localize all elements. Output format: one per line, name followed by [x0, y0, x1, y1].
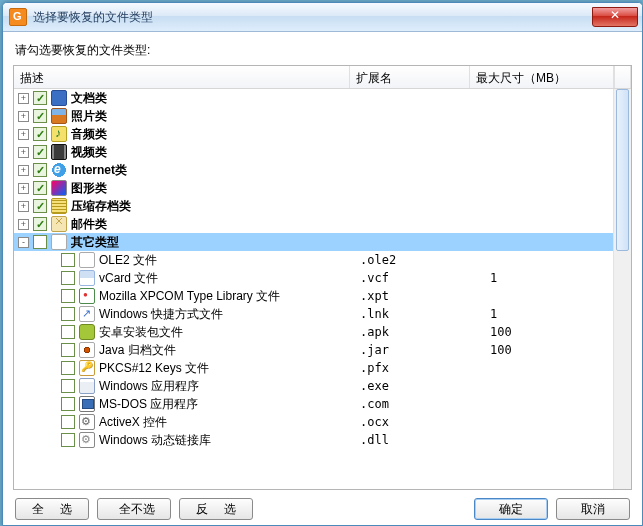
- list-item[interactable]: Mozilla XPCOM Type Library 文件.xpt: [14, 287, 631, 305]
- footer: 全 选 全不选 反 选 确定 取消: [13, 490, 632, 520]
- expand-icon: [48, 310, 57, 319]
- category-item[interactable]: +视频类: [14, 143, 631, 161]
- scrollbar-thumb[interactable]: [616, 89, 629, 251]
- checkbox[interactable]: [33, 163, 47, 177]
- category-item[interactable]: +音频类: [14, 125, 631, 143]
- category-item[interactable]: +文档类: [14, 89, 631, 107]
- item-size: 100: [490, 343, 512, 357]
- expand-icon: [48, 400, 57, 409]
- category-item[interactable]: -其它类型: [14, 233, 631, 251]
- zip-icon: [51, 198, 67, 214]
- col-maxsize[interactable]: 最大尺寸（MB）: [470, 66, 614, 88]
- checkbox[interactable]: [61, 253, 75, 267]
- close-button[interactable]: ✕: [592, 7, 638, 27]
- checkbox[interactable]: [61, 289, 75, 303]
- list-item[interactable]: ActiveX 控件.ocx: [14, 413, 631, 431]
- list-item[interactable]: Windows 快捷方式文件.lnk1: [14, 305, 631, 323]
- item-label: PKCS#12 Keys 文件: [99, 360, 209, 377]
- checkbox[interactable]: [61, 379, 75, 393]
- expand-icon[interactable]: +: [18, 93, 29, 104]
- checkbox[interactable]: [61, 397, 75, 411]
- dll-icon: [79, 432, 95, 448]
- category-item[interactable]: +照片类: [14, 107, 631, 125]
- checkbox[interactable]: [33, 217, 47, 231]
- checkbox[interactable]: [33, 181, 47, 195]
- item-ext: .vcf: [360, 271, 389, 285]
- expand-icon[interactable]: +: [18, 201, 29, 212]
- item-label: Mozilla XPCOM Type Library 文件: [99, 288, 280, 305]
- item-ext: .lnk: [360, 307, 389, 321]
- item-label: Windows 应用程序: [99, 378, 199, 395]
- checkbox[interactable]: [33, 145, 47, 159]
- checkbox[interactable]: [33, 91, 47, 105]
- category-item[interactable]: +Internet类: [14, 161, 631, 179]
- audio-icon: [51, 126, 67, 142]
- xpcom-icon: [79, 288, 95, 304]
- invert-button[interactable]: 反 选: [179, 498, 253, 520]
- ocx-icon: [79, 414, 95, 430]
- dialog-body: 请勾选要恢复的文件类型: 描述 扩展名 最大尺寸（MB） +文档类+照片类+音频…: [3, 32, 642, 526]
- ie-icon: [51, 162, 67, 178]
- checkbox[interactable]: [33, 199, 47, 213]
- select-none-button[interactable]: 全不选: [97, 498, 171, 520]
- cancel-button[interactable]: 取消: [556, 498, 630, 520]
- checkbox[interactable]: [61, 343, 75, 357]
- col-extension[interactable]: 扩展名: [350, 66, 470, 88]
- category-item[interactable]: +图形类: [14, 179, 631, 197]
- expand-icon[interactable]: +: [18, 111, 29, 122]
- item-label: MS-DOS 应用程序: [99, 396, 198, 413]
- select-all-button[interactable]: 全 选: [15, 498, 89, 520]
- list-item[interactable]: Windows 动态链接库.dll: [14, 431, 631, 449]
- collapse-icon[interactable]: -: [18, 237, 29, 248]
- category-item[interactable]: +压缩存档类: [14, 197, 631, 215]
- checkbox[interactable]: [61, 307, 75, 321]
- prompt-label: 请勾选要恢复的文件类型:: [15, 42, 632, 59]
- expand-icon[interactable]: +: [18, 183, 29, 194]
- window-title: 选择要恢复的文件类型: [33, 9, 153, 26]
- expand-icon[interactable]: +: [18, 129, 29, 140]
- checkbox[interactable]: [61, 415, 75, 429]
- video-icon: [51, 144, 67, 160]
- list-item[interactable]: vCard 文件.vcf1: [14, 269, 631, 287]
- gfx-icon: [51, 180, 67, 196]
- item-label: 视频类: [71, 144, 107, 161]
- category-item[interactable]: +邮件类: [14, 215, 631, 233]
- col-scroll-gap: [614, 66, 631, 88]
- list-item[interactable]: 安卓安装包文件.apk100: [14, 323, 631, 341]
- list-item[interactable]: Windows 应用程序.exe: [14, 377, 631, 395]
- item-ext: .com: [360, 397, 389, 411]
- file-icon: [51, 234, 67, 250]
- lnk-icon: [79, 306, 95, 322]
- list-item[interactable]: MS-DOS 应用程序.com: [14, 395, 631, 413]
- item-label: 安卓安装包文件: [99, 324, 183, 341]
- pfx-icon: [79, 360, 95, 376]
- expand-icon[interactable]: +: [18, 219, 29, 230]
- expand-icon[interactable]: +: [18, 147, 29, 158]
- list-item[interactable]: PKCS#12 Keys 文件.pfx: [14, 359, 631, 377]
- item-label: Windows 快捷方式文件: [99, 306, 223, 323]
- expand-icon[interactable]: +: [18, 165, 29, 176]
- checkbox[interactable]: [61, 271, 75, 285]
- ok-button[interactable]: 确定: [474, 498, 548, 520]
- list-item[interactable]: Java 归档文件.jar100: [14, 341, 631, 359]
- item-label: 压缩存档类: [71, 198, 131, 215]
- item-label: 照片类: [71, 108, 107, 125]
- item-label: OLE2 文件: [99, 252, 157, 269]
- titlebar[interactable]: 选择要恢复的文件类型 ✕: [3, 3, 642, 32]
- list-item[interactable]: OLE2 文件.ole2: [14, 251, 631, 269]
- doc-icon: [51, 90, 67, 106]
- checkbox[interactable]: [33, 127, 47, 141]
- checkbox[interactable]: [33, 109, 47, 123]
- item-label: Java 归档文件: [99, 342, 176, 359]
- item-size: 100: [490, 325, 512, 339]
- vcf-icon: [79, 270, 95, 286]
- checkbox[interactable]: [61, 433, 75, 447]
- checkbox[interactable]: [33, 235, 47, 249]
- vertical-scrollbar[interactable]: [613, 89, 631, 489]
- col-description[interactable]: 描述: [14, 66, 350, 88]
- checkbox[interactable]: [61, 325, 75, 339]
- checkbox[interactable]: [61, 361, 75, 375]
- expand-icon: [48, 292, 57, 301]
- item-label: Windows 动态链接库: [99, 432, 211, 449]
- file-type-list: 描述 扩展名 最大尺寸（MB） +文档类+照片类+音频类+视频类+Interne…: [13, 65, 632, 490]
